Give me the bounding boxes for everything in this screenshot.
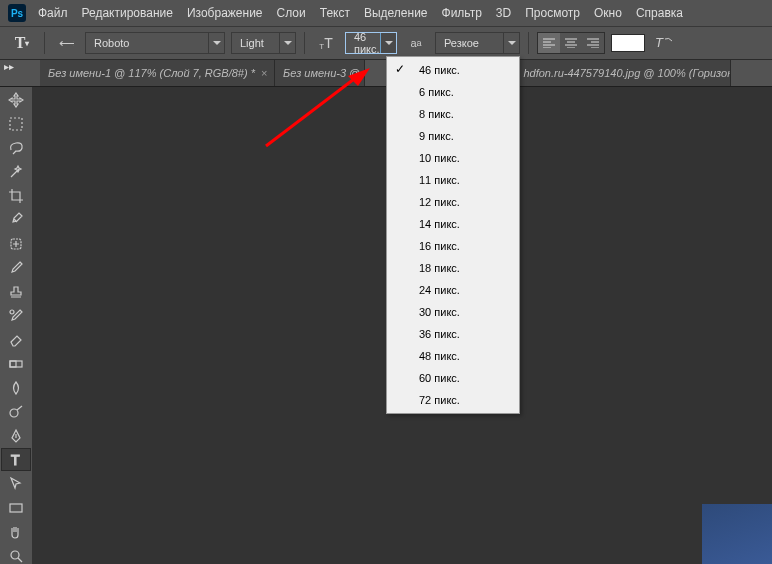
type-tool[interactable]: T bbox=[1, 448, 31, 471]
font-size-option-48[interactable]: 48 пикс. bbox=[387, 345, 519, 367]
document-tab-2[interactable]: Без имени-3 @ bbox=[275, 60, 365, 86]
menu-type[interactable]: Текст bbox=[318, 3, 352, 23]
font-family-dropdown[interactable]: Roboto bbox=[85, 32, 225, 54]
divider bbox=[528, 32, 529, 54]
font-size-option-14[interactable]: 14 пикс. bbox=[387, 213, 519, 235]
type-options-bar: T▾ ⟷ Roboto Light TT 46 пикс. aa Резкое … bbox=[0, 26, 772, 60]
tab-label: hdfon.ru-447579140.jpg @ 100% (Горизон bbox=[523, 67, 731, 79]
rectangle-tool[interactable] bbox=[1, 496, 31, 519]
chevron-down-icon bbox=[284, 41, 292, 45]
navigator-thumbnail bbox=[702, 504, 772, 564]
font-size-option-6[interactable]: 6 пикс. bbox=[387, 81, 519, 103]
align-left-button[interactable] bbox=[538, 33, 560, 53]
svg-point-22 bbox=[11, 551, 19, 559]
svg-text:T: T bbox=[11, 452, 20, 468]
document-tab-3[interactable]: × hdfon.ru-447579140.jpg @ 100% (Горизон bbox=[499, 60, 731, 86]
font-size-option-24[interactable]: 24 пикс. bbox=[387, 279, 519, 301]
lasso-tool[interactable] bbox=[1, 136, 31, 159]
svg-text:T: T bbox=[655, 35, 664, 50]
magic-wand-tool[interactable] bbox=[1, 160, 31, 183]
menu-edit[interactable]: Редактирование bbox=[80, 3, 175, 23]
brush-tool[interactable] bbox=[1, 256, 31, 279]
text-color-swatch[interactable] bbox=[611, 34, 645, 52]
tools-panel: T bbox=[0, 87, 32, 564]
text-align-group bbox=[537, 32, 605, 54]
divider bbox=[304, 32, 305, 54]
toggle-orientation-icon[interactable]: ⟷ bbox=[53, 31, 79, 55]
antialias-icon: aa bbox=[403, 31, 429, 55]
font-size-dropdown[interactable]: 46 пикс. bbox=[345, 32, 397, 54]
chevron-down-icon bbox=[213, 41, 221, 45]
font-size-option-72[interactable]: 72 пикс. bbox=[387, 389, 519, 411]
font-size-option-30[interactable]: 30 пикс. bbox=[387, 301, 519, 323]
tab-label: Без имени-1 @ 117% (Слой 7, RGB/8#) * bbox=[48, 67, 255, 79]
font-weight-value: Light bbox=[240, 37, 264, 49]
font-size-icon: TT bbox=[313, 31, 339, 55]
check-icon: ✓ bbox=[395, 62, 405, 76]
healing-brush-tool[interactable] bbox=[1, 232, 31, 255]
pen-tool[interactable] bbox=[1, 424, 31, 447]
svg-text:⟷: ⟷ bbox=[59, 36, 74, 51]
menu-help[interactable]: Справка bbox=[634, 3, 685, 23]
menu-3d[interactable]: 3D bbox=[494, 3, 513, 23]
divider bbox=[44, 32, 45, 54]
font-family-value: Roboto bbox=[94, 37, 129, 49]
close-icon[interactable]: × bbox=[261, 67, 267, 79]
path-selection-tool[interactable] bbox=[1, 472, 31, 495]
tab-label: Без имени-3 @ bbox=[283, 67, 360, 79]
menu-window[interactable]: Окно bbox=[592, 3, 624, 23]
font-weight-dropdown[interactable]: Light bbox=[231, 32, 296, 54]
zoom-tool[interactable] bbox=[1, 544, 31, 564]
align-right-button[interactable] bbox=[582, 33, 604, 53]
font-size-option-60[interactable]: 60 пикс. bbox=[387, 367, 519, 389]
expand-panels-icon[interactable]: ▸▸ bbox=[4, 61, 14, 72]
application-menubar: Ps Файл Редактирование Изображение Слои … bbox=[0, 0, 772, 26]
svg-rect-18 bbox=[10, 361, 16, 367]
menu-view[interactable]: Просмотр bbox=[523, 3, 582, 23]
font-size-option-9[interactable]: 9 пикс. bbox=[387, 125, 519, 147]
stamp-tool[interactable] bbox=[1, 280, 31, 303]
menu-layer[interactable]: Слои bbox=[275, 3, 308, 23]
font-size-menu: ✓46 пикс. 6 пикс. 8 пикс. 9 пикс. 10 пик… bbox=[386, 56, 520, 414]
font-size-option-16[interactable]: 16 пикс. bbox=[387, 235, 519, 257]
font-size-option-46[interactable]: ✓46 пикс. bbox=[387, 59, 519, 81]
chevron-down-icon bbox=[508, 41, 516, 45]
menu-select[interactable]: Выделение bbox=[362, 3, 430, 23]
font-size-option-11[interactable]: 11 пикс. bbox=[387, 169, 519, 191]
document-tab-1[interactable]: Без имени-1 @ 117% (Слой 7, RGB/8#) * × bbox=[40, 60, 275, 86]
svg-rect-21 bbox=[10, 504, 22, 512]
menu-image[interactable]: Изображение bbox=[185, 3, 265, 23]
font-size-option-36[interactable]: 36 пикс. bbox=[387, 323, 519, 345]
align-center-button[interactable] bbox=[560, 33, 582, 53]
current-tool-icon[interactable]: T▾ bbox=[8, 31, 36, 55]
font-size-option-18[interactable]: 18 пикс. bbox=[387, 257, 519, 279]
eraser-tool[interactable] bbox=[1, 328, 31, 351]
crop-tool[interactable] bbox=[1, 184, 31, 207]
chevron-down-icon bbox=[385, 41, 393, 45]
antialias-value: Резкое bbox=[444, 37, 479, 49]
font-size-option-12[interactable]: 12 пикс. bbox=[387, 191, 519, 213]
antialias-dropdown[interactable]: Резкое bbox=[435, 32, 520, 54]
svg-point-19 bbox=[10, 409, 18, 417]
svg-point-16 bbox=[10, 310, 14, 314]
move-tool[interactable] bbox=[1, 88, 31, 111]
warp-text-icon[interactable]: T bbox=[651, 31, 677, 55]
eyedropper-tool[interactable] bbox=[1, 208, 31, 231]
history-brush-tool[interactable] bbox=[1, 304, 31, 327]
svg-rect-14 bbox=[10, 118, 22, 130]
ps-logo-icon: Ps bbox=[8, 4, 26, 22]
menu-filter[interactable]: Фильтр bbox=[440, 3, 484, 23]
marquee-tool[interactable] bbox=[1, 112, 31, 135]
menu-file[interactable]: Файл bbox=[36, 3, 70, 23]
hand-tool[interactable] bbox=[1, 520, 31, 543]
blur-tool[interactable] bbox=[1, 376, 31, 399]
font-size-option-8[interactable]: 8 пикс. bbox=[387, 103, 519, 125]
font-size-option-10[interactable]: 10 пикс. bbox=[387, 147, 519, 169]
gradient-tool[interactable] bbox=[1, 352, 31, 375]
dodge-tool[interactable] bbox=[1, 400, 31, 423]
